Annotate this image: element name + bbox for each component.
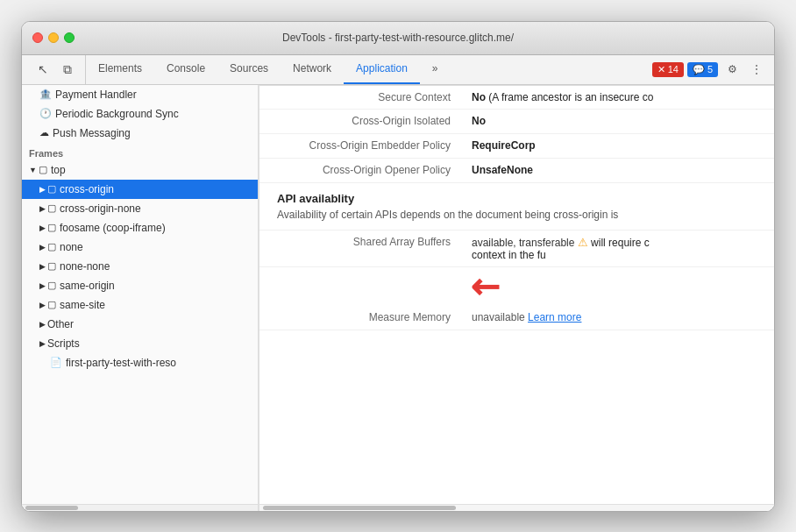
sidebar-item-payment-handler[interactable]: 🏦 Payment Handler bbox=[22, 85, 258, 104]
unavailable-text: unavailable bbox=[472, 311, 525, 323]
tab-console[interactable]: Console bbox=[154, 55, 217, 84]
red-arrow-icon: ↙ bbox=[464, 263, 509, 309]
label-measure-memory: Measure Memory bbox=[259, 306, 461, 330]
available-text: available, transferable bbox=[472, 237, 574, 249]
cursor-icon[interactable]: ↖ bbox=[32, 59, 53, 80]
sidebar-item-other[interactable]: ▶ Other bbox=[22, 315, 258, 334]
window-title: DevTools - first-party-test-with-resourc… bbox=[282, 32, 514, 44]
close-button[interactable] bbox=[32, 32, 43, 43]
right-scrollbar-thumb[interactable] bbox=[263, 506, 456, 510]
right-content: Secure Context No (A frame ancestor is a… bbox=[259, 85, 774, 504]
red-arrow-container: ↙ bbox=[461, 267, 512, 306]
minimize-button[interactable] bbox=[48, 32, 59, 43]
expand-triangle-other: ▶ bbox=[39, 320, 46, 329]
expand-triangle-same-origin: ▶ bbox=[39, 281, 46, 290]
info-row-arrow: ↙ bbox=[259, 267, 774, 306]
file-icon: 📄 bbox=[50, 357, 62, 368]
error-badge[interactable]: ✕ 14 bbox=[652, 62, 684, 77]
info-row-shared-array: Shared Array Buffers available, transfer… bbox=[259, 231, 774, 267]
value-measure-memory: unavailable Learn more bbox=[461, 306, 774, 330]
more-tabs-button[interactable]: » bbox=[420, 55, 451, 84]
toolbar-icons: ↖ ⧉ bbox=[25, 55, 86, 84]
maximize-button[interactable] bbox=[64, 32, 75, 43]
payment-icon: 🏦 bbox=[39, 89, 52, 100]
expand-triangle-cross-origin: ▶ bbox=[39, 185, 46, 194]
titlebar: DevTools - first-party-test-with-resourc… bbox=[22, 22, 774, 55]
main-content: 🏦 Payment Handler 🕐 Periodic Background … bbox=[22, 85, 774, 511]
expand-triangle-cross-origin-none: ▶ bbox=[39, 204, 46, 213]
expand-triangle-none: ▶ bbox=[39, 243, 46, 252]
frame-icon-foosame: ▢ bbox=[47, 222, 56, 233]
right-panel: Secure Context No (A frame ancestor is a… bbox=[259, 85, 774, 511]
label-secure-context: Secure Context bbox=[259, 86, 461, 109]
message-badge[interactable]: 💬 5 bbox=[687, 62, 718, 77]
warn-icon: ⚠ bbox=[578, 236, 588, 249]
tab-sources[interactable]: Sources bbox=[217, 55, 281, 84]
frame-icon-cross-origin-none: ▢ bbox=[47, 202, 56, 214]
sidebar-item-none[interactable]: ▶ ▢ none bbox=[22, 238, 258, 257]
info-row-secure-context: Secure Context No (A frame ancestor is a… bbox=[259, 85, 774, 110]
frame-icon-none: ▢ bbox=[47, 241, 56, 252]
tab-application[interactable]: Application bbox=[344, 55, 420, 84]
info-row-cross-origin-embedder: Cross-Origin Embedder Policy RequireCorp bbox=[259, 134, 774, 159]
toolbar: ↖ ⧉ Elements Console Sources Network App… bbox=[22, 55, 774, 85]
sidebar-item-cross-origin-none[interactable]: ▶ ▢ cross-origin-none bbox=[22, 199, 258, 218]
devtools-window: DevTools - first-party-test-with-resourc… bbox=[21, 21, 775, 512]
sidebar-scrollbar[interactable] bbox=[22, 504, 258, 511]
info-row-cross-origin-opener: Cross-Origin Opener Policy UnsafeNone bbox=[259, 159, 774, 183]
sidebar-section: 🏦 Payment Handler 🕐 Periodic Background … bbox=[22, 85, 258, 504]
info-row-measure-memory: Measure Memory unavailable Learn more bbox=[259, 306, 774, 330]
api-section-header: API availablity Availability of certain … bbox=[259, 183, 774, 231]
api-title: API availablity bbox=[277, 192, 757, 205]
sidebar-item-none-none[interactable]: ▶ ▢ none-none bbox=[22, 257, 258, 276]
label-cross-origin-opener: Cross-Origin Opener Policy bbox=[259, 159, 461, 182]
sidebar-item-top[interactable]: ▼ ▢ top bbox=[22, 160, 258, 180]
label-cross-origin-embedder: Cross-Origin Embedder Policy bbox=[259, 134, 461, 158]
expand-triangle-none-none: ▶ bbox=[39, 262, 46, 271]
sidebar-scrollbar-thumb[interactable] bbox=[25, 506, 78, 510]
sidebar-item-first-party[interactable]: 📄 first-party-test-with-reso bbox=[22, 353, 258, 372]
clock-icon: 🕐 bbox=[39, 108, 52, 119]
frame-icon-same-origin: ▢ bbox=[47, 280, 56, 291]
frame-icon-same-site: ▢ bbox=[47, 299, 56, 310]
value-shared-array: available, transferable ⚠ will require c… bbox=[461, 231, 774, 266]
frame-icon-cross-origin: ▢ bbox=[47, 183, 56, 195]
frames-header: Frames bbox=[22, 143, 258, 160]
expand-triangle-top: ▼ bbox=[29, 166, 37, 174]
cloud-icon: ☁ bbox=[39, 127, 49, 138]
toolbar-right: ✕ 14 💬 5 ⚙ ⋮ bbox=[645, 55, 774, 84]
label-arrow-spacer bbox=[259, 267, 461, 306]
value-cross-origin-isolated: No bbox=[461, 110, 774, 133]
traffic-lights bbox=[32, 32, 75, 43]
settings-button[interactable]: ⚙ bbox=[721, 59, 743, 80]
tab-elements[interactable]: Elements bbox=[86, 55, 154, 84]
sidebar-item-push-messaging[interactable]: ☁ Push Messaging bbox=[22, 124, 258, 143]
value-secure-context: No (A frame ancestor is an insecure co bbox=[461, 86, 774, 109]
sidebar: 🏦 Payment Handler 🕐 Periodic Background … bbox=[22, 85, 259, 511]
sidebar-item-scripts[interactable]: ▶ Scripts bbox=[22, 334, 258, 353]
tab-bar: Elements Console Sources Network Applica… bbox=[86, 55, 645, 84]
expand-triangle-same-site: ▶ bbox=[39, 301, 46, 309]
value-cross-origin-embedder: RequireCorp bbox=[461, 134, 774, 158]
label-cross-origin-isolated: Cross-Origin Isolated bbox=[259, 110, 461, 133]
sidebar-item-same-site[interactable]: ▶ ▢ same-site bbox=[22, 295, 258, 315]
expand-triangle-foosame: ▶ bbox=[39, 223, 46, 232]
more-options-button[interactable]: ⋮ bbox=[746, 59, 767, 80]
device-icon[interactable]: ⧉ bbox=[57, 59, 78, 80]
label-shared-array: Shared Array Buffers bbox=[259, 231, 461, 266]
frame-icon-none-none: ▢ bbox=[47, 260, 56, 272]
expand-triangle-scripts: ▶ bbox=[39, 339, 46, 348]
api-desc: Availability of certain APIs depends on … bbox=[277, 209, 757, 221]
frame-icon-top: ▢ bbox=[39, 164, 47, 175]
sidebar-item-same-origin[interactable]: ▶ ▢ same-origin bbox=[22, 276, 258, 295]
sidebar-item-cross-origin[interactable]: ▶ ▢ cross-origin bbox=[22, 180, 258, 199]
tab-network[interactable]: Network bbox=[281, 55, 344, 84]
sidebar-item-foosame[interactable]: ▶ ▢ foosame (coop-iframe) bbox=[22, 218, 258, 238]
learn-more-link[interactable]: Learn more bbox=[528, 311, 581, 323]
right-scrollbar[interactable] bbox=[259, 504, 774, 511]
value-cross-origin-opener: UnsafeNone bbox=[461, 159, 774, 182]
sidebar-item-periodic-bg-sync[interactable]: 🕐 Periodic Background Sync bbox=[22, 104, 258, 124]
info-row-cross-origin-isolated: Cross-Origin Isolated No bbox=[259, 110, 774, 134]
